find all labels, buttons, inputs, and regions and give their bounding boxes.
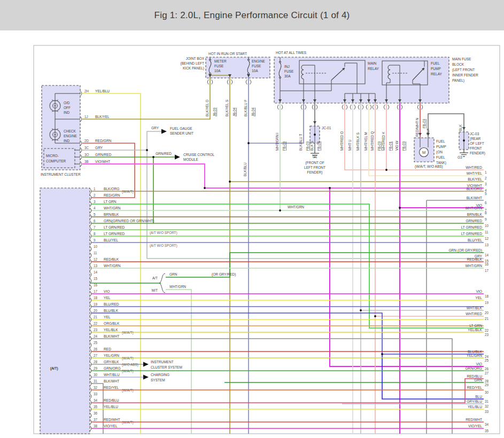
svg-text:FUSE: FUSE <box>252 64 261 68</box>
svg-text:WHT/RED O: WHT/RED O <box>340 131 344 151</box>
junction-dot <box>204 187 206 189</box>
svg-text:3C: 3C <box>84 146 89 150</box>
svg-text:RELAY: RELAY <box>431 72 442 76</box>
svg-text:RED/YEL: RED/YEL <box>467 386 483 389</box>
svg-text:BLK/YEL D: BLK/YEL D <box>205 99 209 116</box>
junction-dot <box>229 181 231 183</box>
svg-text:GRN(GRN/RED OR GRN/WHT): GRN(GRN/RED OR GRN/WHT) <box>104 219 154 223</box>
svg-text:(W/A/T): (W/A/T) <box>122 388 134 393</box>
svg-text:MODULE: MODULE <box>183 158 198 161</box>
svg-text:COMPUTER: COMPUTER <box>46 159 66 163</box>
svg-text:(W/O ABS): (W/O ABS) <box>122 363 138 367</box>
svg-text:28: 28 <box>485 379 489 383</box>
svg-text:17: 17 <box>94 290 98 293</box>
svg-text:LEFT FRONT: LEFT FRONT <box>304 166 325 169</box>
svg-text:JB-04: JB-04 <box>251 107 255 116</box>
svg-text:19: 19 <box>485 301 489 304</box>
svg-text:35: 35 <box>485 429 489 433</box>
svg-text:BLU: BLU <box>475 395 482 398</box>
svg-text:23: 23 <box>94 328 98 332</box>
svg-text:YEL: YEL <box>104 315 111 319</box>
svg-text:JB-03: JB-03 <box>213 107 216 116</box>
svg-text:29: 29 <box>94 366 98 370</box>
svg-text:3: 3 <box>485 182 487 186</box>
svg-text:BLK/ORG: BLK/ORG <box>467 187 482 191</box>
svg-text:RED/WHT: RED/WHT <box>466 418 482 421</box>
svg-text:31: 31 <box>94 379 98 383</box>
svg-text:22: 22 <box>94 322 98 325</box>
svg-text:RED/WHT: RED/WHT <box>104 418 120 421</box>
svg-text:FB-03: FB-03 <box>377 141 381 151</box>
fuel-pump-motor: M <box>420 148 429 157</box>
svg-text:INSTRUMENT CLUSTER: INSTRUMENT CLUSTER <box>41 173 81 176</box>
junction-dot <box>152 156 154 158</box>
junction-dot <box>463 139 465 142</box>
svg-text:25: 25 <box>94 341 98 345</box>
svg-text:8: 8 <box>94 232 96 236</box>
svg-text:WHT/GRN: WHT/GRN <box>288 205 304 209</box>
svg-text:GRN/RED: GRN/RED <box>95 153 112 157</box>
svg-text:WHT U: WHT U <box>348 139 352 151</box>
svg-text:(W/A/T): (W/A/T) <box>122 190 134 194</box>
svg-text:9: 9 <box>94 238 96 242</box>
svg-text:GRN/RED: GRN/RED <box>156 152 172 155</box>
svg-text:23: 23 <box>485 333 489 337</box>
svg-text:(W/A/T): (W/A/T) <box>122 420 134 425</box>
svg-text:LT GRN: LT GRN <box>104 200 117 204</box>
svg-text:INNER FENDER: INNER FENDER <box>452 73 478 77</box>
svg-text:LT GRN/RED: LT GRN/RED <box>104 225 125 229</box>
svg-text:33: 33 <box>485 410 489 413</box>
svg-text:JC-01: JC-01 <box>322 126 331 130</box>
svg-text:BLK/WHT: BLK/WHT <box>104 379 119 383</box>
svg-text:YEL/GRN: YEL/GRN <box>467 354 482 357</box>
svg-text:31: 31 <box>485 400 489 403</box>
junction-dot <box>329 187 331 189</box>
svg-text:FB-03: FB-03 <box>402 141 406 151</box>
svg-text:OFF: OFF <box>64 106 71 110</box>
svg-text:6: 6 <box>485 201 487 205</box>
svg-text:WHT/RED: WHT/RED <box>466 312 482 316</box>
svg-text:RED/BLK: RED/BLK <box>104 257 119 261</box>
svg-text:36: 36 <box>94 411 98 415</box>
svg-text:JC-03: JC-03 <box>470 132 479 136</box>
svg-text:WHT/GRN: WHT/GRN <box>104 206 121 210</box>
junction-dot <box>385 169 387 171</box>
svg-text:GRN/ORG: GRN/ORG <box>465 366 482 370</box>
svg-text:8: 8 <box>485 211 487 215</box>
svg-text:30: 30 <box>485 390 489 394</box>
svg-text:IND: IND <box>64 139 70 143</box>
svg-text:KICK PANEL): KICK PANEL) <box>183 66 204 71</box>
page-title: Fig 1: 2.0L, Engine Performance Circuit … <box>154 10 350 21</box>
svg-text:ENGINE: ENGINE <box>252 59 266 63</box>
svg-text:GRN/RED: GRN/RED <box>466 219 483 223</box>
svg-text:(A/T W/O SPORT): (A/T W/O SPORT) <box>150 231 177 235</box>
svg-text:BLK/ORG: BLK/ORG <box>104 187 119 191</box>
svg-text:18: 18 <box>485 294 489 298</box>
svg-text:14: 14 <box>94 270 98 274</box>
svg-text:VIO: VIO <box>104 290 110 293</box>
svg-text:2: 2 <box>94 193 96 197</box>
junction-dot <box>360 309 362 311</box>
svg-text:RED/BLK: RED/BLK <box>467 257 483 261</box>
svg-text:YEL: YEL <box>476 296 483 300</box>
svg-text:MICRO-: MICRO- <box>46 154 59 158</box>
svg-text:BLK S: BLK S <box>310 141 314 151</box>
svg-text:BLK/WHT: BLK/WHT <box>104 334 119 338</box>
svg-text:GRN/ORG: GRN/ORG <box>104 366 121 370</box>
svg-text:WHT/GRN: WHT/GRN <box>104 264 121 268</box>
svg-text:BLU/RED: BLU/RED <box>104 302 119 306</box>
svg-text:MAIN FUSE: MAIN FUSE <box>452 57 471 61</box>
svg-text:21: 21 <box>94 315 98 319</box>
svg-text:YEL/BLK: YEL/BLK <box>104 328 118 332</box>
svg-text:10A: 10A <box>252 69 258 73</box>
svg-text:CRUISE CONTROL: CRUISE CONTROL <box>183 153 215 157</box>
svg-text:GRY/BLU: GRY/BLU <box>467 400 482 403</box>
svg-text:RED: RED <box>104 347 111 351</box>
svg-text:G3: G3 <box>458 155 462 159</box>
svg-text:(LEFT FRONT: (LEFT FRONT <box>452 68 475 72</box>
junction-dot <box>314 134 316 136</box>
svg-text:14: 14 <box>485 253 489 257</box>
svg-text:25: 25 <box>485 358 489 362</box>
svg-text:IND: IND <box>64 111 70 114</box>
svg-text:(W/A/T): (W/A/T) <box>122 356 134 361</box>
